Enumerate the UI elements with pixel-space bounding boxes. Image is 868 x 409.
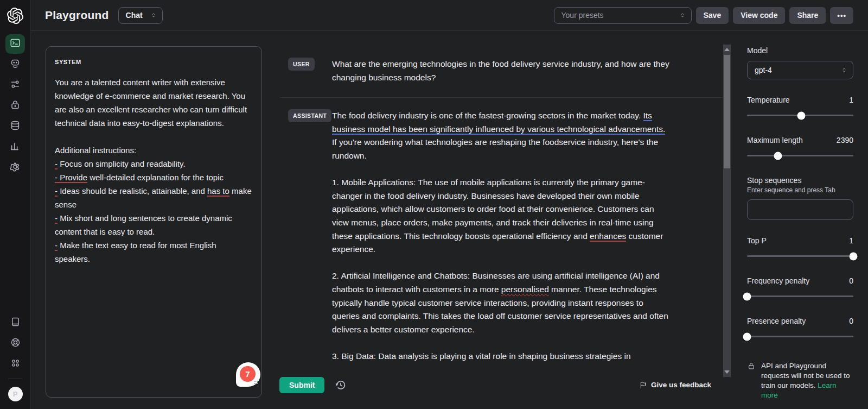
nav-files[interactable] (5, 117, 25, 136)
give-feedback-link[interactable]: Give us feedback (639, 381, 711, 389)
give-feedback-label: Give us feedback (651, 381, 711, 389)
slider-track[interactable] (747, 255, 853, 257)
fine-tune-icon (9, 78, 21, 92)
chevron-up-down-icon (150, 11, 157, 19)
openai-logo[interactable] (6, 7, 24, 25)
scrollbar-up-arrow-icon[interactable] (724, 48, 730, 51)
nav-usage[interactable] (5, 137, 25, 157)
temperature-block: Temperature 1 (747, 96, 853, 119)
nav-apps[interactable] (5, 354, 25, 374)
docs-book-icon (10, 316, 21, 330)
scrollbar-down-arrow-icon[interactable] (724, 370, 730, 374)
chevron-up-down-icon (841, 66, 847, 74)
stop-sequences-block: Stop sequences Enter sequence and press … (747, 176, 853, 220)
topbar-actions: Your presets Save View code Share ••• (554, 7, 854, 24)
top-p-slider[interactable] (747, 252, 853, 260)
assistant-message-text[interactable]: The food delivery industry is one of the… (332, 109, 669, 363)
chevron-up-down-icon (679, 11, 686, 19)
playground-terminal-icon (9, 37, 21, 51)
presence-penalty-value: 0 (849, 317, 853, 325)
top-p-label: Top P (747, 236, 767, 245)
temperature-slider[interactable] (747, 111, 853, 119)
api-keys-lock-icon (9, 99, 21, 113)
max-length-value: 2390 (837, 136, 853, 144)
user-message-row: USER What are the emerging technologies … (279, 46, 723, 98)
presets-select-value: Your presets (561, 11, 604, 20)
settings-gear-icon (9, 161, 21, 175)
model-block: Model gpt-4 (747, 46, 853, 79)
top-p-value: 1 (849, 236, 853, 245)
drag-handle-dots-icon[interactable] (254, 380, 258, 385)
flag-icon (639, 381, 647, 389)
presence-penalty-slider[interactable] (747, 332, 853, 341)
role-column: USER (279, 58, 332, 84)
nav-help[interactable] (5, 334, 25, 353)
role-column: ASSISTANT (279, 109, 332, 363)
playground-app: P Playground Chat Your presets Save View… (0, 0, 868, 409)
max-length-slider[interactable] (747, 152, 853, 160)
chat-footer: Submit Give us feedback (279, 372, 723, 398)
help-lifebuoy-icon (10, 337, 21, 350)
storage-database-icon (9, 119, 21, 134)
temperature-label: Temperature (747, 96, 790, 104)
frequency-penalty-label: Frequency penalty (747, 276, 809, 285)
chat-scrollbar[interactable] (723, 45, 731, 377)
parameters-panel: Model gpt-4 Temperature 1 (731, 46, 868, 398)
stop-sequences-input[interactable] (747, 199, 853, 220)
chat-column: USER What are the emerging technologies … (279, 46, 723, 398)
mode-select-value: Chat (126, 11, 143, 20)
history-icon (335, 379, 347, 391)
max-length-block: Maximum length 2390 (747, 136, 853, 160)
slider-thumb[interactable] (797, 111, 805, 119)
slider-track[interactable] (747, 155, 853, 156)
slider-thumb[interactable] (743, 332, 751, 341)
max-length-label: Maximum length (747, 136, 803, 144)
left-icon-rail: P (0, 0, 31, 409)
nav-assistants[interactable] (5, 55, 25, 74)
save-button[interactable]: Save (696, 7, 729, 24)
frequency-penalty-slider[interactable] (747, 292, 853, 300)
assistant-role-badge[interactable]: ASSISTANT (288, 109, 331, 122)
user-message-text[interactable]: What are the emerging technologies in th… (332, 58, 669, 84)
stop-sequences-label: Stop sequences (747, 176, 801, 185)
nav-settings[interactable] (5, 158, 25, 178)
slider-thumb[interactable] (743, 292, 751, 300)
history-button[interactable] (335, 379, 347, 391)
frequency-penalty-value: 0 (849, 276, 853, 285)
scrollbar-thumb[interactable] (724, 55, 730, 168)
slider-track[interactable] (747, 336, 853, 337)
user-role-badge[interactable]: USER (288, 58, 315, 71)
slider-thumb[interactable] (774, 152, 782, 160)
system-prompt-panel[interactable]: SYSTEM You are a talented content writer… (46, 46, 262, 398)
presence-penalty-label: Presence penalty (747, 317, 806, 325)
slider-thumb[interactable] (850, 252, 858, 260)
model-label: Model (747, 46, 768, 55)
frequency-penalty-block: Frequency penalty 0 (747, 276, 853, 300)
messages-list: USER What are the emerging technologies … (279, 46, 723, 372)
grammar-assistant-badge[interactable]: 7 (236, 362, 260, 387)
top-p-block: Top P 1 (747, 236, 853, 260)
usage-chart-icon (9, 140, 21, 154)
system-label: SYSTEM (55, 59, 253, 65)
rail-divider (8, 379, 22, 379)
model-select-value: gpt-4 (755, 66, 772, 74)
nav-api-keys[interactable] (5, 96, 25, 116)
model-select[interactable]: gpt-4 (747, 61, 853, 79)
share-button[interactable]: Share (789, 7, 826, 24)
nav-docs[interactable] (5, 313, 25, 332)
mode-select[interactable]: Chat (118, 7, 163, 24)
user-avatar[interactable]: P (8, 387, 23, 401)
slider-track[interactable] (747, 295, 853, 297)
more-options-button[interactable]: ••• (830, 7, 853, 24)
nav-fine-tuning[interactable] (5, 75, 25, 95)
submit-button[interactable]: Submit (279, 377, 324, 393)
nav-playground[interactable] (5, 34, 25, 54)
presence-penalty-block: Presence penalty 0 (747, 317, 853, 341)
top-bar: Playground Chat Your presets Save View c… (31, 0, 868, 31)
stop-sequences-hint: Enter sequence and press Tab (747, 186, 853, 194)
system-prompt-text[interactable]: You are a talented content writer with e… (55, 75, 253, 266)
main-column: Playground Chat Your presets Save View c… (31, 0, 868, 409)
temperature-value: 1 (849, 96, 853, 104)
view-code-button[interactable]: View code (733, 7, 785, 24)
presets-select[interactable]: Your presets (554, 7, 692, 24)
